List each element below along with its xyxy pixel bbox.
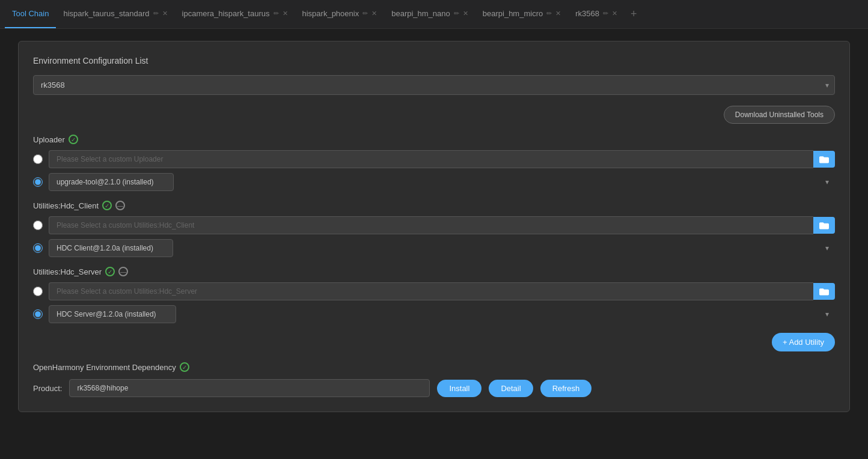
uploader-custom-input[interactable] <box>49 150 813 168</box>
close-icon-rk3568[interactable]: ✕ <box>612 10 617 17</box>
uploader-selected-radio[interactable] <box>33 177 43 187</box>
product-row: Product: Install Detail Refresh <box>33 379 835 397</box>
uploader-custom-radio[interactable] <box>33 154 43 164</box>
detail-button[interactable]: Detail <box>489 380 533 397</box>
hdc-client-custom-row <box>33 216 835 234</box>
edit-icon-bearpi-nano[interactable]: ✏ <box>454 10 459 17</box>
hdc-server-folder-button[interactable] <box>813 283 835 300</box>
uploader-custom-row <box>33 150 835 168</box>
panel-title: Environment Configuration List <box>33 56 835 65</box>
hdc-server-custom-input-wrapper <box>49 282 835 300</box>
edit-icon-bearpi-micro[interactable]: ✏ <box>546 10 552 17</box>
env-select-wrapper: rk3568 hispark_taurus_standard ipcamera_… <box>33 75 835 95</box>
hdc-client-dropdown-arrow-icon: ▾ <box>825 244 829 252</box>
tab-rk3568[interactable]: rk3568 ✏ ✕ <box>568 0 625 28</box>
install-button[interactable]: Install <box>437 380 481 397</box>
uploader-folder-button[interactable] <box>813 151 835 168</box>
folder-icon-hdc-server <box>819 287 829 296</box>
add-tab-button[interactable]: + <box>625 8 643 20</box>
tab-ipcamera-hispark-taurus[interactable]: ipcamera_hispark_taurus ✏ ✕ <box>175 0 295 28</box>
close-icon-hispark-taurus-standard[interactable]: ✕ <box>162 10 168 17</box>
main-content: Environment Configuration List rk3568 hi… <box>0 29 868 424</box>
refresh-button[interactable]: Refresh <box>540 380 592 397</box>
hdc-server-dropdown[interactable]: HDC Server@1.2.0a (installed) <box>49 305 176 323</box>
tab-hispark-phoenix[interactable]: hispark_phoenix ✏ ✕ <box>295 0 385 28</box>
download-btn-row: Download Uninstalled Tools <box>33 106 835 124</box>
download-uninstalled-button[interactable]: Download Uninstalled Tools <box>724 106 835 124</box>
hdc-server-status-icon: ✓ <box>105 267 115 276</box>
tab-bearpi-hm-micro-label: bearpi_hm_micro <box>483 9 543 18</box>
close-icon-ipcamera[interactable]: ✕ <box>283 10 288 17</box>
hdc-server-dropdown-wrapper: HDC Server@1.2.0a (installed) ▾ <box>49 305 835 323</box>
tab-bar: Tool Chain hispark_taurus_standard ✏ ✕ i… <box>0 0 868 29</box>
tab-hispark-phoenix-label: hispark_phoenix <box>302 9 359 18</box>
hdc-server-selected-row: HDC Server@1.2.0a (installed) ▾ <box>33 305 835 323</box>
hdc-client-dropdown-wrapper: HDC Client@1.2.0a (installed) ▾ <box>49 239 835 257</box>
close-icon-hispark-phoenix[interactable]: ✕ <box>371 10 377 17</box>
uploader-dropdown-arrow-icon: ▾ <box>825 178 829 186</box>
folder-icon-hdc-client <box>819 221 829 230</box>
tab-hispark-taurus-standard[interactable]: hispark_taurus_standard ✏ ✕ <box>56 0 174 28</box>
hdc-server-section-label: Utilities:Hdc_Server ✓ — <box>33 267 835 276</box>
tab-rk3568-label: rk3568 <box>575 9 599 18</box>
oh-dependency-label: OpenHarmony Environment Dependency <box>33 363 176 372</box>
uploader-custom-input-wrapper <box>49 150 835 168</box>
tab-tool-chain[interactable]: Tool Chain <box>5 0 56 28</box>
tab-hispark-taurus-standard-label: hispark_taurus_standard <box>63 9 149 18</box>
hdc-server-dropdown-arrow-icon: ▾ <box>825 310 829 318</box>
hdc-client-custom-input-wrapper <box>49 216 835 234</box>
hdc-server-custom-row <box>33 282 835 300</box>
hdc-client-selected-row: HDC Client@1.2.0a (installed) ▾ <box>33 239 835 257</box>
tab-tool-chain-label: Tool Chain <box>12 9 49 18</box>
hdc-client-custom-input[interactable] <box>49 216 813 234</box>
uploader-selected-row: upgrade-tool@2.1.0 (installed) ▾ <box>33 173 835 191</box>
edit-icon-hispark-taurus-standard[interactable]: ✏ <box>153 10 159 17</box>
panel: Environment Configuration List rk3568 hi… <box>18 41 850 412</box>
hdc-client-selected-radio[interactable] <box>33 243 43 253</box>
tab-ipcamera-hispark-taurus-label: ipcamera_hispark_taurus <box>182 9 270 18</box>
uploader-label: Uploader <box>33 135 65 144</box>
oh-dependency-status-icon: ✓ <box>180 362 189 372</box>
hdc-client-remove-icon[interactable]: — <box>115 201 125 210</box>
folder-icon <box>819 155 829 163</box>
hdc-server-remove-icon[interactable]: — <box>118 267 128 276</box>
uploader-dropdown-wrapper: upgrade-tool@2.1.0 (installed) ▾ <box>49 173 835 191</box>
product-label: Product: <box>33 384 62 393</box>
edit-icon-hispark-phoenix[interactable]: ✏ <box>362 10 368 17</box>
close-icon-bearpi-micro[interactable]: ✕ <box>555 10 561 17</box>
uploader-section-label: Uploader ✓ <box>33 135 835 144</box>
hdc-server-custom-radio[interactable] <box>33 287 43 296</box>
hdc-client-status-icon: ✓ <box>102 201 112 210</box>
hdc-server-custom-input[interactable] <box>49 282 813 300</box>
hdc-client-section-label: Utilities:Hdc_Client ✓ — <box>33 201 835 210</box>
close-icon-bearpi-nano[interactable]: ✕ <box>463 10 468 17</box>
add-utility-row: + Add Utility <box>33 333 835 351</box>
hdc-client-folder-button[interactable] <box>813 217 835 234</box>
tab-bearpi-hm-nano-label: bearpi_hm_nano <box>391 9 450 18</box>
uploader-status-icon: ✓ <box>69 135 78 144</box>
uploader-dropdown[interactable]: upgrade-tool@2.1.0 (installed) <box>49 173 174 191</box>
hdc-client-custom-radio[interactable] <box>33 220 43 230</box>
edit-icon-ipcamera[interactable]: ✏ <box>274 10 279 17</box>
tab-bearpi-hm-micro[interactable]: bearpi_hm_micro ✏ ✕ <box>475 0 568 28</box>
product-input[interactable] <box>69 379 430 397</box>
env-select[interactable]: rk3568 hispark_taurus_standard ipcamera_… <box>33 75 835 95</box>
tab-bearpi-hm-nano[interactable]: bearpi_hm_nano ✏ ✕ <box>384 0 475 28</box>
oh-dependency-section-label: OpenHarmony Environment Dependency ✓ <box>33 362 835 372</box>
hdc-client-dropdown[interactable]: HDC Client@1.2.0a (installed) <box>49 239 173 257</box>
hdc-server-label: Utilities:Hdc_Server <box>33 267 102 276</box>
hdc-server-selected-radio[interactable] <box>33 309 43 319</box>
edit-icon-rk3568[interactable]: ✏ <box>603 10 608 17</box>
hdc-client-label: Utilities:Hdc_Client <box>33 201 99 210</box>
add-utility-button[interactable]: + Add Utility <box>772 333 835 351</box>
